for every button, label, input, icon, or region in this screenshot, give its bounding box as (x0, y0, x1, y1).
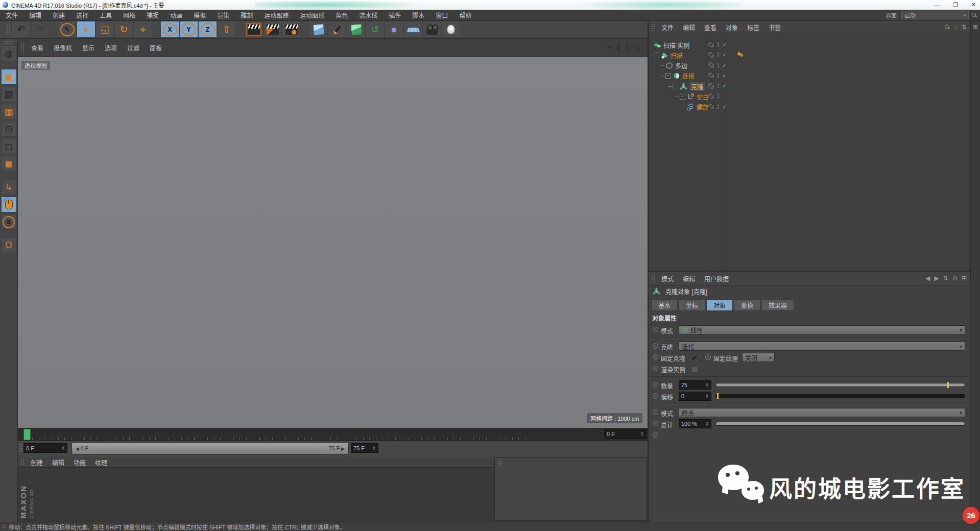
layer-icon[interactable] (708, 62, 714, 68)
keyframe-radio[interactable] (653, 354, 658, 360)
restore-button[interactable]: ❐ (953, 2, 958, 8)
main-menu-文件[interactable]: 文件 (0, 12, 23, 19)
instance-icon[interactable] (654, 41, 661, 49)
material-grip[interactable] (20, 459, 24, 465)
toggle-view-icon[interactable]: ◱ (635, 43, 642, 52)
viewport-menu-显示[interactable]: 显示 (77, 43, 100, 52)
rotate-view-icon[interactable]: ↻ (625, 43, 632, 52)
visibility-toggles[interactable]: ✓ (708, 72, 727, 79)
scale-tool-button[interactable]: ◱ (95, 21, 114, 38)
expander-icon[interactable]: − (680, 94, 685, 100)
add-environment-button[interactable]: ● (385, 21, 403, 38)
keyframe-radio[interactable] (653, 409, 658, 415)
viewport-menu-查看[interactable]: 查看 (26, 43, 49, 52)
model-mode-button[interactable]: ▣ (1, 69, 17, 85)
main-menu-编辑[interactable]: 编辑 (23, 12, 47, 19)
left-toolbar-grip[interactable] (4, 40, 13, 44)
add-primitive-button[interactable] (309, 21, 328, 38)
snap-button[interactable]: Ω (1, 237, 17, 253)
layer-icon[interactable] (708, 83, 714, 89)
object-manager-menu-书签[interactable]: 书签 (764, 23, 785, 32)
checkbox-固定克隆[interactable]: ✔ (691, 353, 698, 363)
main-menu-动画[interactable]: 动画 (164, 12, 188, 19)
value-field-偏移[interactable]: 0⇕ (679, 392, 711, 401)
lock-x-axis-button[interactable]: X (160, 21, 179, 38)
enabled-check-icon[interactable]: ✓ (722, 41, 727, 48)
keyframe-radio[interactable] (653, 366, 658, 371)
current-frame-field[interactable]: 0 F⇕ (23, 443, 67, 453)
range-end-handle[interactable]: 75 F ▶ (329, 445, 345, 451)
material-manager-menu-创建[interactable]: 创建 (26, 458, 47, 467)
keyframe-radio[interactable] (653, 343, 658, 349)
object-manager-menu-对象[interactable]: 对象 (721, 23, 743, 32)
main-menu-角色[interactable]: 角色 (330, 12, 353, 19)
object-name[interactable]: 扫描 (671, 51, 683, 60)
visibility-dots-icon[interactable] (718, 74, 719, 78)
main-menu-选择[interactable]: 选择 (70, 12, 94, 19)
render-settings-button[interactable] (282, 21, 301, 38)
dropdown-固定纹理[interactable]: 关闭▾ (742, 353, 775, 362)
viewport-menu-选项[interactable]: 选项 (100, 43, 122, 52)
frame-range-slider[interactable]: ◀ 0 F 75 F ▶ (71, 442, 349, 454)
spinner-icon[interactable]: ⇕ (705, 421, 709, 426)
helix-icon[interactable] (687, 103, 695, 111)
transport-grip[interactable] (19, 444, 22, 452)
expander-icon[interactable]: − (665, 73, 671, 79)
main-menu-插件[interactable]: 插件 (383, 12, 407, 19)
keyframe-radio[interactable] (705, 354, 711, 360)
axis-mode-button[interactable]: ↳ (1, 179, 17, 195)
main-menu-帮助[interactable]: 帮助 (453, 12, 477, 19)
value-field-数量[interactable]: 75⇕ (679, 380, 711, 390)
zoom-view-icon[interactable]: ⇕ (615, 43, 622, 52)
visibility-dots-icon[interactable] (718, 63, 719, 67)
coordinate-system-button[interactable]: ⇧ (217, 21, 236, 38)
spinner-icon[interactable]: ⇕ (705, 382, 709, 388)
lock-z-axis-button[interactable]: Z (198, 21, 217, 38)
object-manager-grip[interactable] (651, 23, 655, 31)
enabled-check-icon[interactable]: ✓ (722, 72, 727, 79)
minimize-button[interactable]: — (934, 2, 940, 8)
enabled-check-icon[interactable]: ✓ (722, 62, 727, 69)
main-menu-捕捉[interactable]: 捕捉 (141, 12, 164, 19)
viewport-menu-摄像机[interactable]: 摄像机 (49, 43, 77, 52)
expander-icon[interactable]: − (654, 53, 659, 58)
visibility-dots-icon[interactable] (718, 105, 719, 109)
add-generator-button[interactable] (347, 21, 366, 38)
add-spline-button[interactable] (328, 21, 347, 38)
material-manager-menu-编辑[interactable]: 编辑 (47, 458, 69, 467)
object-row-克隆[interactable]: −克隆 (668, 81, 705, 91)
add-floor-button[interactable] (403, 21, 422, 38)
object-row-空白[interactable]: −空白 (675, 92, 709, 102)
spinner-icon[interactable]: ⇕ (705, 394, 709, 399)
enabled-check-icon[interactable]: ✓ (722, 82, 727, 89)
main-menu-流水线[interactable]: 流水线 (353, 12, 383, 19)
render-to-picture-viewer-button[interactable] (263, 21, 282, 38)
object-row-连接[interactable]: −连接 (661, 71, 695, 81)
layer-icon[interactable] (708, 52, 714, 58)
playhead[interactable] (23, 429, 31, 440)
main-menu-模拟[interactable]: 模拟 (188, 12, 211, 19)
strip-grid-icon[interactable]: ⊞ (973, 23, 977, 30)
checkbox-渲染实例[interactable] (691, 366, 698, 373)
viewport-canvas[interactable]: 透视视图 网格间距 : 1000 cm (18, 57, 648, 428)
slider-handle[interactable] (717, 393, 719, 399)
visibility-toggles[interactable] (708, 93, 719, 100)
keyframe-radio[interactable] (653, 421, 658, 426)
main-menu-渲染[interactable]: 渲染 (211, 12, 235, 19)
viewport-menu-过滤[interactable]: 过滤 (122, 43, 145, 52)
layer-icon[interactable] (708, 103, 714, 110)
object-row-扫描实例[interactable]: 扫描 实例 (654, 40, 689, 50)
viewport-solo-button[interactable] (1, 197, 17, 212)
coordinate-grip[interactable] (498, 460, 501, 466)
main-menu-脚本[interactable]: 脚本 (407, 12, 430, 19)
keyframe-radio[interactable] (653, 327, 658, 332)
dropdown-模式[interactable]: 终点▾ (679, 408, 965, 417)
connect-icon[interactable] (673, 72, 680, 80)
om-sort-icon[interactable]: ⇅ (962, 23, 967, 31)
main-menu-工具[interactable]: 工具 (94, 12, 117, 19)
enabled-check-icon[interactable]: ✓ (722, 51, 727, 58)
visibility-toggles[interactable]: ✓ (708, 41, 727, 48)
object-name[interactable]: 扫描 实例 (663, 41, 689, 50)
lock-y-axis-button[interactable]: Y (179, 21, 198, 38)
main-menu-窗口[interactable]: 窗口 (430, 12, 453, 19)
